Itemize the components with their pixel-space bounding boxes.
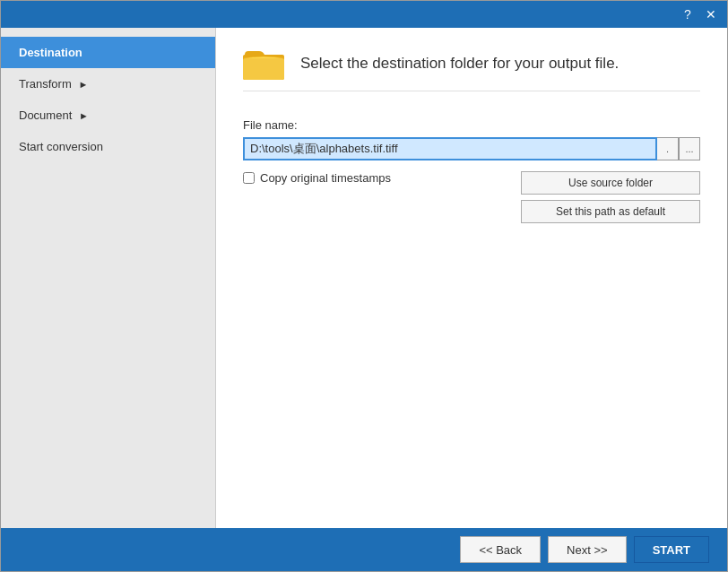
close-button[interactable]: ✕ bbox=[702, 5, 720, 23]
use-source-folder-button[interactable]: Use source folder bbox=[521, 171, 700, 195]
copy-timestamps-checkbox[interactable] bbox=[243, 172, 255, 184]
set-default-path-button[interactable]: Set this path as default bbox=[521, 200, 700, 223]
main-window: ? ✕ Destination Transform ► Document ► S… bbox=[0, 0, 728, 572]
file-name-label: File name: bbox=[243, 118, 700, 132]
start-button[interactable]: START bbox=[634, 536, 709, 563]
browse-button[interactable]: ... bbox=[679, 137, 700, 160]
file-input-row: . ... bbox=[243, 137, 700, 160]
folder-icon bbox=[243, 46, 286, 82]
checkbox-row: Copy original timestamps bbox=[243, 171, 391, 185]
sidebar-item-label: Transform bbox=[19, 77, 72, 91]
copy-timestamps-label[interactable]: Copy original timestamps bbox=[260, 171, 391, 185]
header-title: Select the destination folder for your o… bbox=[300, 55, 619, 73]
title-bar: ? ✕ bbox=[1, 1, 727, 28]
form-section: File name: . ... Copy original timestamp… bbox=[243, 109, 700, 232]
sidebar: Destination Transform ► Document ► Start… bbox=[1, 28, 216, 528]
sidebar-item-document[interactable]: Document ► bbox=[1, 100, 215, 131]
back-button[interactable]: << Back bbox=[460, 536, 541, 563]
dot-button[interactable]: . bbox=[657, 137, 679, 160]
next-button[interactable]: Next >> bbox=[548, 536, 627, 563]
sidebar-item-destination[interactable]: Destination bbox=[1, 37, 215, 68]
button-group: Use source folder Set this path as defau… bbox=[503, 171, 700, 223]
content-area: Select the destination folder for your o… bbox=[216, 28, 727, 528]
help-button[interactable]: ? bbox=[679, 5, 697, 23]
sidebar-item-label: Destination bbox=[19, 46, 82, 59]
header-row: Select the destination folder for your o… bbox=[243, 46, 700, 91]
sidebar-item-label: Start conversion bbox=[19, 140, 103, 153]
footer: << Back Next >> START bbox=[1, 528, 727, 571]
file-name-input[interactable] bbox=[243, 137, 657, 160]
sidebar-item-label: Document bbox=[19, 108, 72, 122]
chevron-right-icon: ► bbox=[78, 79, 88, 90]
svg-rect-1 bbox=[243, 58, 284, 80]
sidebar-item-start-conversion[interactable]: Start conversion bbox=[1, 131, 215, 162]
sidebar-item-transform[interactable]: Transform ► bbox=[1, 68, 215, 100]
title-bar-controls: ? ✕ bbox=[679, 5, 720, 23]
chevron-right-icon: ► bbox=[79, 110, 89, 121]
main-content: Destination Transform ► Document ► Start… bbox=[1, 28, 727, 528]
